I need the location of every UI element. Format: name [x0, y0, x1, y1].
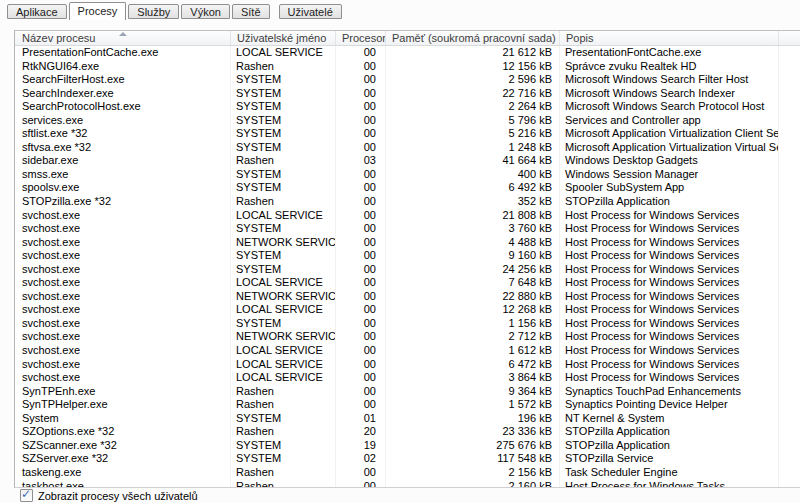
table-row[interactable]: svchost.exe LOCAL SERVICE 00 6 472 kB Ho… — [15, 358, 800, 372]
col-header-empty — [779, 31, 800, 45]
cell-empty — [779, 168, 800, 182]
cell-process-name: svchost.exe — [15, 317, 231, 331]
table-row[interactable]: svchost.exe NETWORK SERVICE 00 4 488 kB … — [15, 236, 800, 250]
table-row[interactable]: System SYSTEM 01 196 kB NT Kernel & Syst… — [15, 412, 800, 426]
tab-sluzby[interactable]: Služby — [128, 4, 179, 19]
table-row[interactable]: svchost.exe LOCAL SERVICE 00 7 648 kB Ho… — [15, 276, 800, 290]
table-row[interactable]: services.exe SYSTEM 00 5 796 kB Services… — [15, 114, 800, 128]
cell-process-name: SynTPEnh.exe — [15, 385, 231, 399]
table-row[interactable]: SZOptions.exe *32 Rashen 20 23 336 kB ST… — [15, 425, 800, 439]
cell-description: Windows Session Manager — [560, 168, 779, 182]
cell-process-name: SearchIndexer.exe — [15, 87, 231, 101]
cell-empty — [779, 439, 800, 453]
col-header-cpu[interactable]: Procesor — [336, 31, 386, 45]
cell-process-name: svchost.exe — [15, 209, 231, 223]
tab-uzivatele[interactable]: Uživatelé — [279, 4, 342, 19]
cell-description: Microsoft Application Virtualization Cli… — [560, 127, 779, 141]
table-row[interactable]: SearchIndexer.exe SYSTEM 00 22 716 kB Mi… — [15, 87, 800, 101]
cell-memory: 2 596 kB — [386, 73, 560, 87]
cell-process-name: svchost.exe — [15, 276, 231, 290]
cell-cpu: 00 — [336, 73, 386, 87]
cell-memory: 1 156 kB — [386, 317, 560, 331]
table-row[interactable]: sftlist.exe *32 SYSTEM 00 5 216 kB Micro… — [15, 127, 800, 141]
cell-memory: 5 216 kB — [386, 127, 560, 141]
table-row[interactable]: SZScanner.exe *32 SYSTEM 19 275 676 kB S… — [15, 439, 800, 453]
table-row[interactable]: svchost.exe SYSTEM 00 24 256 kB Host Pro… — [15, 263, 800, 277]
cell-memory: 41 664 kB — [386, 154, 560, 168]
table-row[interactable]: SynTPEnh.exe Rashen 00 9 364 kB Synaptic… — [15, 385, 800, 399]
cell-description: Synaptics TouchPad Enhancements — [560, 385, 779, 399]
table-row[interactable]: SZServer.exe *32 SYSTEM 02 117 548 kB ST… — [15, 452, 800, 466]
cell-user-name: SYSTEM — [231, 439, 336, 453]
tab-vykon[interactable]: Výkon — [181, 4, 230, 19]
tab-procesy[interactable]: Procesy — [69, 2, 127, 20]
cell-description: Spooler SubSystem App — [560, 181, 779, 195]
cell-memory: 6 472 kB — [386, 358, 560, 372]
cell-description: STOPzilla Application — [560, 195, 779, 209]
cell-process-name: sidebar.exe — [15, 154, 231, 168]
table-row[interactable]: STOPzilla.exe *32 Rashen 00 352 kB STOPz… — [15, 195, 800, 209]
cell-user-name: Rashen — [231, 154, 336, 168]
cell-memory: 5 796 kB — [386, 114, 560, 128]
cell-cpu: 00 — [336, 209, 386, 223]
cell-process-name: taskeng.exe — [15, 466, 231, 480]
table-row[interactable]: svchost.exe LOCAL SERVICE 00 1 612 kB Ho… — [15, 344, 800, 358]
cell-empty — [779, 141, 800, 155]
cell-cpu: 00 — [336, 290, 386, 304]
cell-empty — [779, 303, 800, 317]
cell-memory: 9 160 kB — [386, 249, 560, 263]
table-row[interactable]: svchost.exe NETWORK SERVICE 00 22 880 kB… — [15, 290, 800, 304]
cell-process-name: services.exe — [15, 114, 231, 128]
table-row[interactable]: RtkNGUI64.exe Rashen 00 12 156 kB Správc… — [15, 60, 800, 74]
cell-cpu: 00 — [336, 195, 386, 209]
cell-memory: 2 712 kB — [386, 330, 560, 344]
cell-memory: 22 716 kB — [386, 87, 560, 101]
table-row[interactable]: PresentationFontCache.exe LOCAL SERVICE … — [15, 46, 800, 60]
table-row[interactable]: smss.exe SYSTEM 00 400 kB Windows Sessio… — [15, 168, 800, 182]
cell-user-name: LOCAL SERVICE — [231, 276, 336, 290]
cell-description: Host Process for Windows Services — [560, 263, 779, 277]
cell-cpu: 00 — [336, 100, 386, 114]
col-header-description[interactable]: Popis — [560, 31, 779, 45]
cell-memory: 3 760 kB — [386, 222, 560, 236]
table-row[interactable]: SearchProtocolHost.exe SYSTEM 00 2 264 k… — [15, 100, 800, 114]
cell-process-name: sftlist.exe *32 — [15, 127, 231, 141]
table-row[interactable]: spoolsv.exe SYSTEM 00 6 492 kB Spooler S… — [15, 181, 800, 195]
table-row[interactable]: svchost.exe LOCAL SERVICE 00 3 864 kB Ho… — [15, 371, 800, 385]
cell-empty — [779, 209, 800, 223]
table-row[interactable]: taskhost.exe Rashen 00 2 160 kB Host Pro… — [15, 480, 800, 489]
cell-memory: 2 156 kB — [386, 466, 560, 480]
cell-empty — [779, 466, 800, 480]
cell-description: Microsoft Windows Search Indexer — [560, 87, 779, 101]
cell-user-name: SYSTEM — [231, 168, 336, 182]
cell-cpu: 00 — [336, 87, 386, 101]
show-all-processes-checkbox[interactable]: ✓ — [20, 489, 33, 502]
cell-cpu: 03 — [336, 154, 386, 168]
table-row[interactable]: sidebar.exe Rashen 03 41 664 kB Windows … — [15, 154, 800, 168]
cell-description: Host Process for Windows Services — [560, 249, 779, 263]
table-row[interactable]: svchost.exe SYSTEM 00 3 760 kB Host Proc… — [15, 222, 800, 236]
col-header-memory[interactable]: Paměť (soukromá pracovní sada) — [386, 31, 560, 45]
cell-memory: 23 336 kB — [386, 425, 560, 439]
cell-description: Host Process for Windows Services — [560, 276, 779, 290]
table-row[interactable]: SynTPHelper.exe Rashen 00 1 572 kB Synap… — [15, 398, 800, 412]
cell-description: Microsoft Windows Search Protocol Host — [560, 100, 779, 114]
tab-aplikace[interactable]: Aplikace — [7, 4, 67, 19]
table-row[interactable]: svchost.exe SYSTEM 00 1 156 kB Host Proc… — [15, 317, 800, 331]
cell-description: Host Process for Windows Services — [560, 317, 779, 331]
table-row[interactable]: sftvsa.exe *32 SYSTEM 00 1 248 kB Micros… — [15, 141, 800, 155]
cell-user-name: Rashen — [231, 480, 336, 489]
table-row[interactable]: svchost.exe LOCAL SERVICE 00 12 268 kB H… — [15, 303, 800, 317]
table-row[interactable]: SearchFilterHost.exe SYSTEM 00 2 596 kB … — [15, 73, 800, 87]
cell-process-name: SearchFilterHost.exe — [15, 73, 231, 87]
cell-empty — [779, 317, 800, 331]
cell-user-name: Rashen — [231, 466, 336, 480]
cell-empty — [779, 371, 800, 385]
table-row[interactable]: svchost.exe NETWORK SERVICE 00 2 712 kB … — [15, 330, 800, 344]
table-row[interactable]: svchost.exe LOCAL SERVICE 00 21 808 kB H… — [15, 209, 800, 223]
table-row[interactable]: svchost.exe SYSTEM 00 9 160 kB Host Proc… — [15, 249, 800, 263]
cell-cpu: 00 — [336, 168, 386, 182]
tab-site[interactable]: Sítě — [232, 4, 270, 19]
table-row[interactable]: taskeng.exe Rashen 00 2 156 kB Task Sche… — [15, 466, 800, 480]
col-header-user-name[interactable]: Uživatelské jméno — [231, 31, 336, 45]
